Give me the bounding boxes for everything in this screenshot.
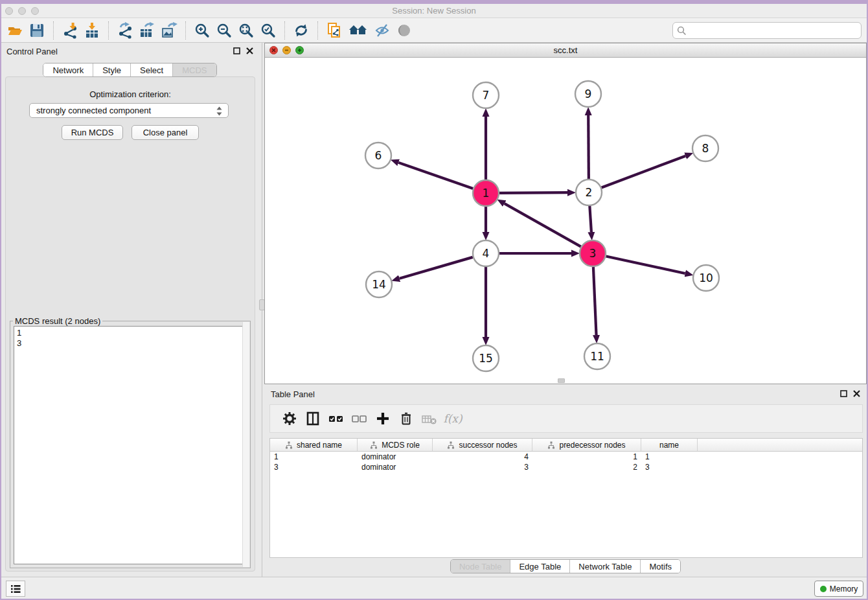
edge-1-2[interactable] [499, 192, 567, 193]
column-header-predecessor-nodes[interactable]: predecessor nodes [532, 439, 641, 451]
column-header-name[interactable]: name [641, 439, 698, 451]
export-image-button[interactable] [158, 20, 180, 41]
node-15[interactable]: 15 [473, 345, 499, 371]
table-cell[interactable]: 3 [641, 462, 698, 472]
node-label: 15 [479, 352, 493, 365]
table-row[interactable]: 3dominator323 [270, 462, 862, 472]
edge-3-1[interactable] [505, 203, 581, 246]
column-header-successor-nodes[interactable]: successor nodes [433, 439, 532, 451]
zoom-out-button[interactable] [213, 20, 235, 41]
float-table-panel-icon[interactable] [840, 390, 847, 397]
criterion-select[interactable]: strongly connected component [29, 103, 229, 118]
function-builder-button-disabled: f(x) [441, 407, 464, 430]
table-cell[interactable]: 1 [270, 452, 358, 462]
network-view-window: scc.txt 7968124314101511 [264, 43, 867, 384]
edge-2-3[interactable] [589, 206, 591, 232]
node-6[interactable]: 6 [365, 143, 391, 168]
tab-style[interactable]: Style [93, 63, 131, 76]
create-column-button[interactable] [371, 407, 394, 430]
node-14[interactable]: 14 [366, 271, 392, 297]
node-9[interactable]: 9 [575, 81, 601, 107]
select-all-button[interactable] [325, 407, 348, 430]
task-history-button[interactable] [6, 581, 25, 597]
table-tab-network-table[interactable]: Network Table [570, 560, 641, 573]
edge-2-9[interactable] [588, 115, 589, 179]
node-11[interactable]: 11 [584, 343, 610, 369]
app-titlebar: Session: New Session [0, 4, 868, 18]
hide-selected-button[interactable] [371, 20, 393, 41]
tab-network[interactable]: Network [43, 63, 93, 76]
refresh-layout-button[interactable] [290, 20, 312, 41]
canvas-resize-handle[interactable] [558, 378, 565, 383]
node-4[interactable]: 4 [473, 240, 499, 266]
table-cell[interactable]: 2 [532, 462, 641, 472]
edge-3-10[interactable] [606, 256, 685, 273]
task-list-icon [10, 584, 21, 594]
edge-1-6[interactable] [398, 163, 473, 189]
hierarchy-icon [447, 441, 455, 449]
memory-button[interactable]: Memory [814, 581, 863, 597]
export-network-button[interactable] [114, 20, 136, 41]
node-8[interactable]: 8 [692, 135, 718, 161]
table-cell[interactable]: 4 [433, 452, 532, 462]
node-10[interactable]: 10 [693, 265, 719, 291]
edge-3-11[interactable] [593, 267, 597, 335]
table-tab-node-table[interactable]: Node Table [451, 560, 511, 573]
mcds-result-text[interactable]: 1 3 [14, 326, 247, 564]
open-session-button[interactable] [4, 20, 26, 41]
table-tab-edge-table[interactable]: Edge Table [510, 560, 570, 573]
panel-divider[interactable] [260, 43, 264, 577]
mcds-result-scrollbar[interactable] [242, 322, 249, 567]
control-panel: Control Panel NetworkStyleSelectMCDS Opt… [0, 43, 260, 577]
table-cell[interactable]: 1 [532, 452, 641, 462]
column-header-mcds-role[interactable]: MCDS role [358, 439, 433, 451]
node-2[interactable]: 2 [576, 179, 602, 205]
zoom-in-icon [194, 22, 211, 39]
checked-boxes-icon [328, 411, 345, 426]
float-panel-icon[interactable] [233, 47, 240, 54]
zoom-in-button[interactable] [191, 20, 213, 41]
edge-4-14[interactable] [400, 257, 473, 279]
deselect-all-button[interactable] [348, 407, 371, 430]
search-input[interactable] [672, 22, 862, 39]
import-table-button[interactable] [81, 20, 103, 41]
network-canvas[interactable]: 7968124314101511 [265, 58, 866, 384]
table-tab-motifs[interactable]: Motifs [641, 560, 680, 573]
close-table-panel-icon[interactable] [853, 390, 860, 397]
show-column-button[interactable] [301, 407, 325, 430]
run-mcds-button[interactable]: Run MCDS [62, 125, 123, 140]
network-window-titlebar: scc.txt [265, 43, 866, 58]
delete-column-button[interactable] [394, 407, 418, 430]
tab-select[interactable]: Select [131, 63, 173, 76]
import-network-button[interactable] [59, 20, 81, 41]
node-7[interactable]: 7 [473, 82, 499, 108]
table-panel: Table Panel [264, 386, 867, 576]
edge-2-8[interactable] [602, 156, 685, 188]
control-panel-title: Control Panel [6, 47, 58, 56]
first-neighbors-button[interactable] [345, 20, 371, 41]
node-3[interactable]: 3 [580, 240, 606, 266]
duplicate-network-button[interactable] [323, 20, 345, 41]
zoom-selected-button[interactable] [257, 20, 279, 41]
node-1[interactable]: 1 [473, 180, 499, 206]
column-header-shared-name[interactable]: shared name [270, 439, 358, 451]
node-label: 14 [372, 278, 386, 291]
table-cell[interactable]: dominator [358, 462, 433, 472]
export-table-button[interactable] [136, 20, 158, 41]
hierarchy-icon [547, 441, 555, 449]
close-panel-icon[interactable] [246, 47, 253, 54]
table-cell[interactable]: 1 [641, 452, 698, 462]
show-all-button[interactable] [393, 20, 415, 41]
tab-mcds[interactable]: MCDS [173, 63, 216, 76]
node-label: 11 [590, 350, 604, 363]
save-session-button[interactable] [26, 20, 48, 41]
table-cell[interactable]: 3 [433, 462, 532, 472]
table-cell[interactable]: 3 [270, 462, 358, 472]
toolbar-separator [53, 21, 54, 40]
zoom-fit-button[interactable] [235, 20, 257, 41]
table-options-button[interactable] [278, 407, 301, 430]
node-label: 6 [375, 149, 382, 162]
table-row[interactable]: 1dominator411 [270, 452, 862, 462]
close-panel-button[interactable]: Close panel [131, 125, 199, 140]
table-cell[interactable]: dominator [358, 452, 433, 462]
